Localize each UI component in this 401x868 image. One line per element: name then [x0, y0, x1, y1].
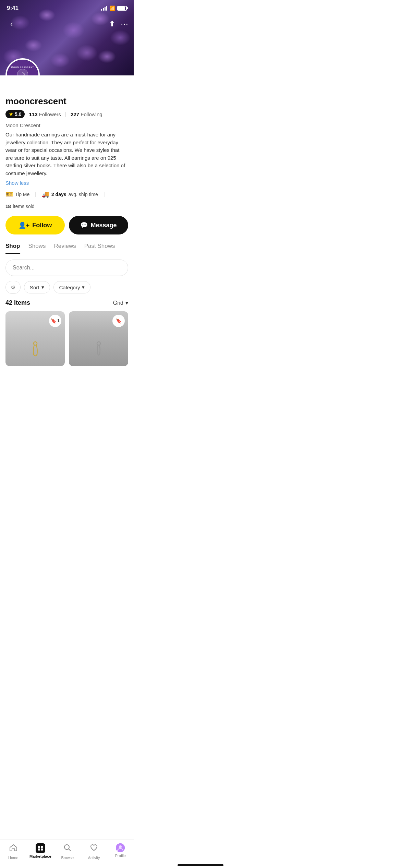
avatar-logo: Moon Crescent ☽ HandmadeEarrings: [7, 60, 38, 75]
svg-point-1: [97, 342, 100, 345]
more-button[interactable]: ⋯: [121, 20, 128, 28]
grid-mode-label: Grid: [113, 300, 123, 306]
avatar-face-icon: ☽: [17, 69, 28, 75]
sort-label: Sort: [30, 285, 39, 290]
action-buttons: 👤+ Follow 💬 Message: [5, 216, 128, 234]
signal-icon: [101, 6, 107, 11]
stat-divider: |: [65, 111, 66, 117]
filter-icon-button[interactable]: ⚙: [5, 281, 21, 294]
tab-shop[interactable]: Shop: [5, 243, 20, 254]
meta-row: 🎫 Tip Me | 🚚 2 days avg. ship time | 18 …: [5, 191, 128, 209]
earring-visual-right: [90, 341, 107, 358]
ship-label: avg. ship time: [69, 192, 98, 197]
status-time: 9:41: [7, 5, 19, 12]
tabs-row: Shop Shows Reviews Past Shows: [5, 243, 128, 254]
category-label: Category: [59, 285, 80, 290]
ship-icon: 🚚: [42, 191, 49, 198]
items-sold-count: 18: [5, 204, 11, 209]
follow-button[interactable]: 👤+ Follow: [5, 216, 65, 234]
rating-value: 5.0: [15, 111, 21, 117]
items-count: 42 Items: [5, 299, 30, 306]
stats-row: ★ 5.0 113 Followers | 227 Following: [5, 110, 128, 118]
avatar: Moon Crescent ☽ HandmadeEarrings: [5, 58, 40, 75]
message-button[interactable]: 💬 Message: [69, 216, 128, 234]
filter-row: ⚙ Sort ▾ Category ▾: [5, 281, 128, 294]
shop-description: Our handmade earrings are a must-have fo…: [5, 131, 128, 177]
meta-divider-2: |: [104, 192, 105, 197]
tab-reviews[interactable]: Reviews: [54, 243, 76, 254]
meta-divider-1: |: [35, 192, 36, 197]
search-input[interactable]: [5, 260, 128, 276]
back-button[interactable]: ‹: [5, 18, 18, 30]
shop-name: mooncrescent: [5, 96, 128, 107]
share-button[interactable]: ⬆: [109, 20, 115, 28]
nav-overlay: ‹ ⬆ ⋯: [0, 18, 134, 30]
tab-shows[interactable]: Shows: [28, 243, 46, 254]
follow-label: Follow: [32, 222, 52, 229]
items-sold-label: items sold: [13, 204, 35, 209]
avatar-text-top: Moon Crescent: [11, 66, 34, 68]
earring-visual-left: [27, 341, 44, 358]
category-button[interactable]: Category ▾: [53, 281, 91, 293]
tip-me-item: 🎫 Tip Me: [5, 191, 29, 198]
items-sold-item: 18 items sold: [5, 204, 35, 209]
tip-icon: 🎫: [5, 191, 13, 198]
profile-content: mooncrescent ★ 5.0 113 Followers | 227 F…: [0, 75, 134, 372]
product-card[interactable]: 🔖: [69, 311, 128, 366]
product-card[interactable]: 🔖 1: [5, 311, 65, 366]
sliders-icon: ⚙: [11, 284, 15, 291]
sort-button[interactable]: Sort ▾: [24, 281, 50, 293]
ship-time-item: 🚚 2 days avg. ship time: [42, 191, 98, 198]
show-less-button[interactable]: Show less: [5, 180, 29, 186]
search-container: [5, 260, 128, 276]
tip-label: Tip Me: [15, 192, 29, 197]
bookmark-badge-1[interactable]: 🔖 1: [49, 315, 61, 327]
rating-badge: ★ 5.0: [5, 110, 25, 118]
grid-chevron-icon: ▾: [125, 300, 128, 306]
sort-chevron-icon: ▾: [41, 284, 44, 290]
follow-icon: 👤+: [19, 221, 30, 229]
bookmark-icon: 🔖: [51, 318, 57, 324]
following-stat: 227 Following: [71, 111, 102, 117]
status-bar: 9:41 📶: [0, 0, 134, 14]
grid-toggle[interactable]: Grid ▾: [113, 300, 128, 306]
shop-tagline: Moon Crescent: [5, 122, 128, 128]
bookmark-badge-2[interactable]: 🔖: [112, 315, 125, 327]
nav-right-buttons: ⬆ ⋯: [109, 20, 128, 28]
avatar-container: Moon Crescent ☽ HandmadeEarrings: [5, 58, 40, 75]
followers-stat: 113 Followers: [29, 111, 61, 117]
wifi-icon: 📶: [109, 5, 115, 11]
bookmark-count-1: 1: [57, 318, 60, 323]
battery-icon: [117, 6, 127, 11]
items-count-row: 42 Items Grid ▾: [5, 299, 128, 306]
message-label: Message: [90, 222, 117, 229]
status-icons: 📶: [101, 5, 127, 11]
ship-days: 2 days: [51, 192, 66, 197]
category-chevron-icon: ▾: [82, 284, 85, 290]
star-icon: ★: [9, 111, 13, 117]
bookmark-icon: 🔖: [116, 318, 122, 324]
message-icon: 💬: [80, 221, 88, 229]
product-grid: 🔖 1 🔖: [5, 311, 128, 366]
tab-past-shows[interactable]: Past Shows: [84, 243, 115, 254]
